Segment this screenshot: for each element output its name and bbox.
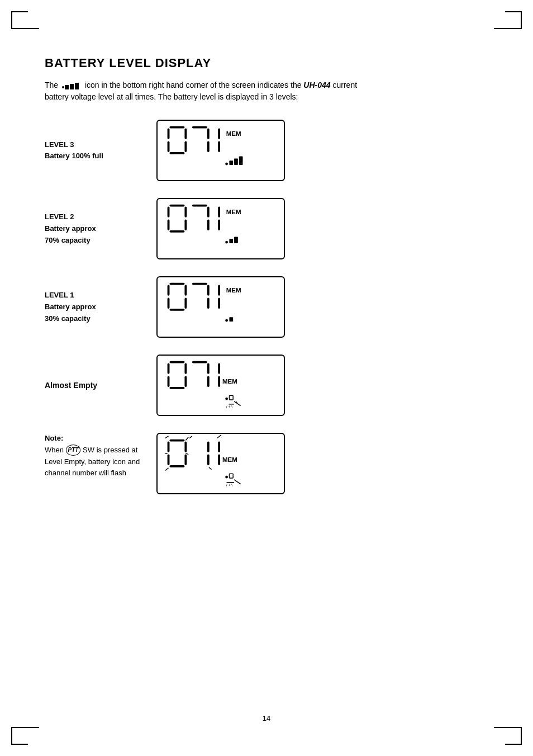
svg-rect-21 (168, 206, 170, 217)
lcd-display-almost-empty: MEM + / + \ (156, 355, 285, 416)
hline-bottom-right (494, 727, 522, 728)
page-number: 14 (0, 714, 533, 722)
svg-line-90 (217, 435, 221, 438)
svg-text:MEM: MEM (226, 130, 241, 137)
svg-rect-18 (234, 158, 238, 165)
svg-rect-28 (207, 220, 210, 230)
svg-text:MEM: MEM (222, 378, 237, 385)
svg-rect-80 (207, 455, 210, 465)
lcd-display-note: MEM / + \ (156, 433, 285, 494)
svg-rect-7 (168, 141, 170, 152)
hline-top (11, 28, 39, 29)
content: BATTERY LEVEL DISPLAY The icon in the bo… (45, 56, 488, 494)
svg-rect-38 (168, 298, 170, 309)
svg-line-74 (185, 453, 188, 455)
svg-rect-17 (229, 160, 233, 165)
svg-rect-76 (169, 465, 184, 467)
note-label: Note: When PTT SW is pressed at Level Em… (45, 433, 156, 479)
svg-rect-55 (192, 361, 207, 363)
hline-top-right (494, 28, 522, 29)
hline-bottom (11, 727, 39, 728)
svg-text:MEM: MEM (222, 456, 237, 463)
svg-rect-12 (207, 141, 210, 152)
level2-label: LEVEL 2 Battery approx70% capacity (45, 211, 156, 246)
corner-bl (11, 728, 28, 745)
svg-rect-36 (168, 285, 170, 295)
svg-rect-1 (65, 85, 69, 89)
page-title: BATTERY LEVEL DISPLAY (45, 56, 488, 70)
svg-line-70 (185, 437, 188, 441)
svg-point-61 (225, 398, 228, 400)
level1-label: LEVEL 1 Battery approx30% capacity (45, 290, 156, 324)
svg-rect-53 (184, 376, 187, 387)
svg-rect-10 (192, 126, 207, 129)
svg-rect-20 (169, 205, 184, 207)
svg-rect-44 (218, 285, 220, 295)
level3-desc: Battery 100% full (45, 152, 103, 160)
svg-rect-54 (169, 387, 184, 389)
note-title: Note: (45, 434, 63, 442)
svg-rect-19 (239, 157, 243, 165)
svg-rect-57 (207, 376, 210, 387)
level3-label: LEVEL 3 Battery 100% full (45, 139, 156, 162)
svg-rect-35 (169, 283, 184, 285)
battery-row-almost-empty: Almost Empty (45, 355, 488, 416)
svg-rect-68 (169, 440, 184, 442)
svg-rect-24 (184, 220, 187, 230)
svg-rect-13 (218, 128, 220, 139)
corner-tl (11, 11, 28, 28)
svg-rect-49 (169, 361, 184, 363)
battery-row-level2: LEVEL 2 Battery approx70% capacity (45, 198, 488, 259)
note-section: Note: When PTT SW is pressed at Level Em… (45, 433, 488, 494)
lcd-display-level1: MEM (156, 276, 285, 338)
level1-name: LEVEL 1 (45, 290, 156, 301)
svg-rect-29 (218, 206, 220, 217)
svg-rect-82 (218, 441, 220, 452)
svg-text:/ + \: / + \ (226, 405, 233, 409)
svg-rect-23 (168, 220, 170, 230)
page: BATTERY LEVEL DISPLAY The icon in the bo… (0, 0, 533, 756)
svg-rect-6 (184, 128, 187, 139)
svg-rect-33 (229, 239, 233, 243)
battery-row-level1: LEVEL 1 Battery approx30% capacity (45, 276, 488, 338)
svg-text:MEM: MEM (226, 209, 241, 215)
svg-rect-22 (184, 206, 187, 217)
svg-rect-34 (234, 237, 238, 243)
svg-rect-51 (184, 363, 187, 374)
level1-desc: Battery approx30% capacity (45, 303, 96, 323)
svg-rect-14 (218, 141, 220, 152)
intro-text: The icon in the bottom right hand corner… (45, 79, 380, 103)
svg-point-32 (225, 241, 228, 244)
svg-rect-50 (168, 363, 170, 374)
svg-rect-86 (229, 474, 233, 478)
svg-rect-2 (70, 84, 74, 89)
svg-rect-62 (229, 395, 233, 400)
svg-line-81 (209, 467, 212, 470)
svg-rect-4 (169, 126, 184, 129)
svg-rect-42 (207, 285, 210, 295)
svg-point-0 (62, 86, 64, 88)
svg-rect-73 (168, 455, 170, 465)
svg-rect-37 (184, 285, 187, 295)
svg-rect-25 (169, 230, 184, 233)
svg-line-78 (189, 436, 192, 438)
svg-rect-3 (75, 83, 79, 89)
svg-line-67 (165, 436, 169, 438)
svg-rect-58 (218, 363, 220, 374)
svg-rect-8 (184, 141, 187, 152)
svg-point-16 (225, 163, 228, 166)
svg-rect-79 (207, 441, 210, 452)
svg-point-85 (225, 476, 228, 479)
svg-rect-56 (207, 363, 210, 374)
svg-rect-69 (168, 441, 170, 452)
svg-line-88 (234, 480, 241, 484)
svg-rect-39 (184, 298, 187, 309)
ptt-badge: PTT (66, 445, 81, 456)
svg-rect-59 (218, 376, 220, 387)
corner-tr (505, 11, 522, 28)
svg-point-47 (225, 319, 228, 322)
svg-line-77 (165, 468, 169, 471)
svg-rect-75 (184, 455, 187, 465)
svg-rect-40 (169, 309, 184, 311)
svg-rect-52 (168, 376, 170, 387)
